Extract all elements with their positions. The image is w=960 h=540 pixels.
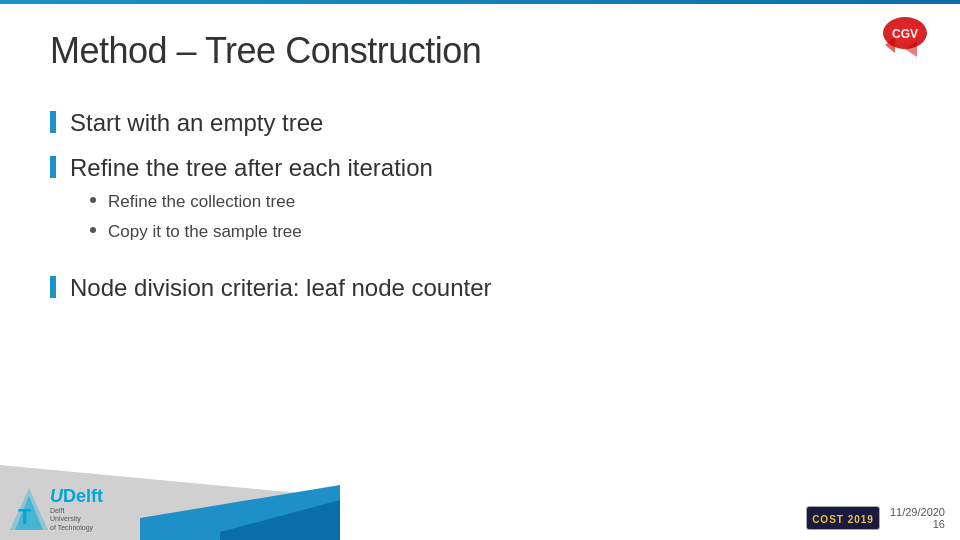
- sub-bullet-text-2: Copy it to the sample tree: [108, 219, 302, 245]
- sub-bullets-container: Refine the collection tree Copy it to th…: [90, 189, 433, 244]
- slide-date: 11/29/2020: [890, 506, 945, 518]
- tu-delft-logo: T UDelft DelftUniversityof Technology: [10, 486, 103, 532]
- cost-label: COST 2019: [812, 514, 874, 525]
- cost-logo: COST 2019: [806, 506, 880, 530]
- bottom-logos: T UDelft DelftUniversityof Technology: [10, 486, 103, 532]
- tu-delft-subtitle: DelftUniversityof Technology: [50, 507, 103, 532]
- bullet-text-3: Node division criteria: leaf node counte…: [70, 272, 492, 303]
- bullet-marker-1: [50, 111, 56, 133]
- svg-text:T: T: [18, 504, 32, 529]
- bullet-text-2: Refine the tree after each iteration: [70, 154, 433, 181]
- bullet-marker-2: [50, 156, 56, 178]
- tu-delft-name: UDelft: [50, 486, 103, 507]
- sub-bullet-text-1: Refine the collection tree: [108, 189, 295, 215]
- tu-delft-text-block: UDelft DelftUniversityof Technology: [50, 486, 103, 532]
- main-content: Method – Tree Construction Start with an…: [50, 20, 910, 460]
- sub-bullet-dot-1: [90, 197, 96, 203]
- top-accent: [0, 0, 960, 4]
- sub-bullet-dot-2: [90, 227, 96, 233]
- slide-info: 11/29/2020 16: [890, 506, 945, 530]
- bottom-right: COST 2019 11/29/2020 16: [806, 506, 945, 530]
- slide: CGV Method – Tree Construction Start wit…: [0, 0, 960, 540]
- slide-number: 16: [933, 518, 945, 530]
- bullet-marker-3: [50, 276, 56, 298]
- tu-logo-icon: T: [10, 488, 48, 530]
- bullet-item-2: Refine the tree after each iteration Ref…: [50, 152, 910, 258]
- bullet-text-1: Start with an empty tree: [70, 107, 323, 138]
- sub-bullet-item-2: Copy it to the sample tree: [90, 219, 433, 245]
- bullet-item-3: Node division criteria: leaf node counte…: [50, 272, 910, 303]
- slide-title: Method – Tree Construction: [50, 30, 910, 72]
- sub-bullet-item-1: Refine the collection tree: [90, 189, 433, 215]
- bullet-item-1: Start with an empty tree: [50, 107, 910, 138]
- bullet-2-content: Refine the tree after each iteration Ref…: [70, 152, 433, 258]
